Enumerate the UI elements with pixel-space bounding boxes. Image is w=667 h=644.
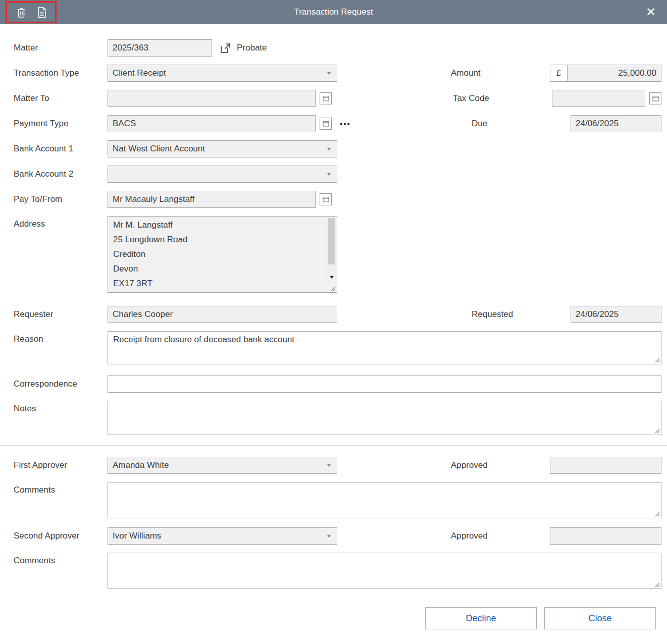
external-link-icon [219,42,232,55]
resize-grip-icon[interactable] [654,581,660,588]
payment-type-lookup-button[interactable] [320,118,332,130]
second-comments-row: Comments [14,553,661,589]
first-approved-group: Approved [451,457,661,474]
address-textarea[interactable]: Mr M. Langstaff 25 Longdown Road Credito… [108,216,337,293]
first-approver-label: First Approver [14,460,108,470]
matter-row: Matter 2025/363 Probate [14,39,661,57]
lookup-icon [652,95,659,102]
reason-textarea[interactable]: Receipt from closure of deceased bank ac… [108,331,661,364]
due-input[interactable]: 24/06/2025 [571,115,661,132]
matter-to-label: Matter To [14,93,108,103]
correspondence-input[interactable] [108,375,661,393]
section-divider [0,445,667,446]
payment-type-value: BACS [113,119,136,129]
transaction-type-value: Client Receipt [113,68,166,78]
second-approver-value: Ivor Williams [113,531,161,541]
chevron-down-icon: ▼ [326,172,332,177]
notes-textarea[interactable] [108,401,661,435]
first-approver-dropdown[interactable]: Amanda White ▼ [108,457,337,474]
lookup-icon [322,196,330,203]
close-icon[interactable]: ✕ [642,0,660,24]
scrollbar-thumb[interactable] [328,218,335,264]
more-options-button[interactable]: ••• [340,120,351,128]
tax-code-lookup-button[interactable] [649,92,661,104]
tax-code-label: Tax Code [453,93,552,103]
lookup-icon [322,95,330,102]
amount-value: 25,000.00 [568,65,661,81]
open-matter-button[interactable] [219,42,232,55]
first-approved-input[interactable] [550,457,661,474]
form-content: Matter 2025/363 Probate Transaction Type… [0,24,667,435]
new-document-button[interactable] [37,7,46,18]
delete-button[interactable] [16,7,26,18]
action-buttons: Decline Close [14,607,656,629]
due-value: 24/06/2025 [576,119,619,129]
second-approver-dropdown[interactable]: Ivor Williams ▼ [108,527,337,545]
pay-to-from-value: Mr Macauly Langstaff [113,194,194,204]
pay-to-from-input[interactable]: Mr Macauly Langstaff [108,191,316,208]
requested-label: Requested [472,309,571,319]
amount-label: Amount [451,68,550,78]
first-approved-label: Approved [451,460,550,470]
bank-account-1-row: Bank Account 1 Nat West Client Account ▼ [14,140,661,157]
resize-grip-icon[interactable] [330,285,336,292]
tax-code-input[interactable] [552,90,645,107]
address-label: Address [14,216,108,229]
close-button[interactable]: Close [544,607,656,629]
address-value: Mr M. Langstaff 25 Longdown Road Credito… [113,218,322,291]
amount-input[interactable]: £ 25,000.00 [550,65,661,82]
chevron-down-icon: ▼ [326,533,332,539]
second-approved-group: Approved [451,527,661,545]
amount-group: Amount £ 25,000.00 [451,65,661,82]
matter-input[interactable]: 2025/363 [108,39,212,57]
due-label: Due [472,119,571,129]
second-approved-input[interactable] [550,527,661,545]
dialog-titlebar: Transaction Request ✕ [0,0,667,24]
second-comments-textarea[interactable] [108,553,661,589]
second-comments-label: Comments [14,553,108,566]
approval-section: First Approver Amanda White ▼ Approved C… [0,457,667,629]
transaction-type-row: Transaction Type Client Receipt ▼ Amount… [14,65,661,82]
requester-label: Requester [14,309,108,319]
first-approver-value: Amanda White [113,460,169,470]
transaction-type-dropdown[interactable]: Client Receipt ▼ [108,65,337,82]
matter-to-lookup-button[interactable] [320,92,332,104]
first-approver-row: First Approver Amanda White ▼ Approved [14,457,661,474]
decline-button[interactable]: Decline [425,607,537,629]
due-group: Due 24/06/2025 [472,115,661,132]
first-comments-textarea[interactable] [108,482,661,518]
chevron-down-icon: ▼ [326,71,332,76]
requester-row: Requester Charles Cooper Requested 24/06… [14,306,661,323]
scroll-down-arrow[interactable]: ▼ [326,273,337,282]
pay-to-from-row: Pay To/From Mr Macauly Langstaff [14,191,661,208]
first-comments-label: Comments [14,482,108,495]
bank-account-2-dropdown[interactable]: ▼ [108,166,337,183]
matter-value: 2025/363 [113,43,148,53]
currency-symbol: £ [550,65,568,81]
payment-type-input[interactable]: BACS [108,115,316,132]
bank-account-2-label: Bank Account 2 [14,169,108,179]
first-comments-row: Comments [14,482,661,518]
annotation-highlight [6,1,57,23]
chevron-down-icon: ▼ [326,146,332,151]
requested-input[interactable]: 24/06/2025 [571,306,661,323]
matter-to-input[interactable] [108,90,316,107]
requester-input[interactable]: Charles Cooper [108,306,337,323]
address-scrollbar[interactable]: ▼ [327,217,336,282]
second-approver-label: Second Approver [14,531,108,541]
trash-icon [16,7,26,18]
resize-grip-icon[interactable] [654,511,660,517]
reason-row: Reason Receipt from closure of deceased … [14,331,661,364]
resize-grip-icon[interactable] [654,427,660,434]
pay-to-from-lookup-button[interactable] [320,193,332,205]
second-approver-row: Second Approver Ivor Williams ▼ Approved [14,527,661,545]
transaction-type-label: Transaction Type [14,68,108,78]
requested-value: 24/06/2025 [576,309,619,319]
pay-to-from-label: Pay To/From [14,194,108,204]
payment-type-label: Payment Type [14,119,108,129]
resize-grip-icon[interactable] [654,357,660,363]
bank-account-1-dropdown[interactable]: Nat West Client Account ▼ [108,140,337,157]
bank-account-2-row: Bank Account 2 ▼ [14,166,661,183]
payment-type-row: Payment Type BACS ••• Due 24/06/2025 [14,115,661,132]
notes-label: Notes [14,401,108,414]
